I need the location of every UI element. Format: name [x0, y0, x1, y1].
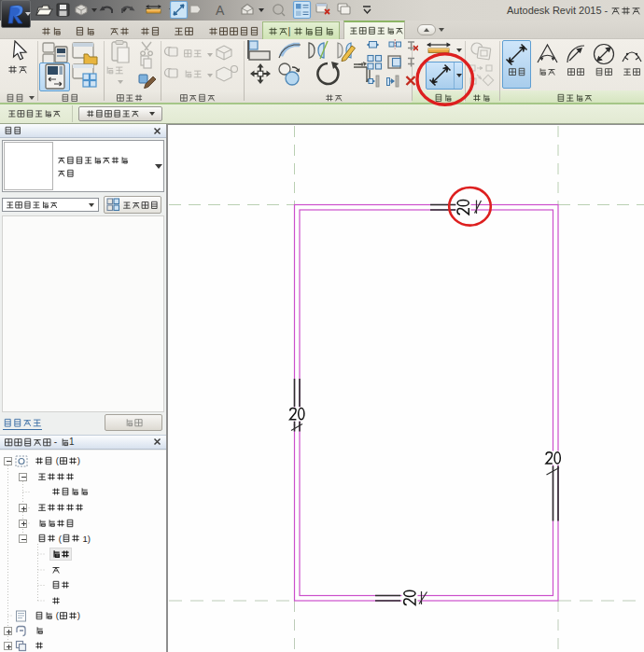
svg-text:A: A — [216, 3, 225, 18]
